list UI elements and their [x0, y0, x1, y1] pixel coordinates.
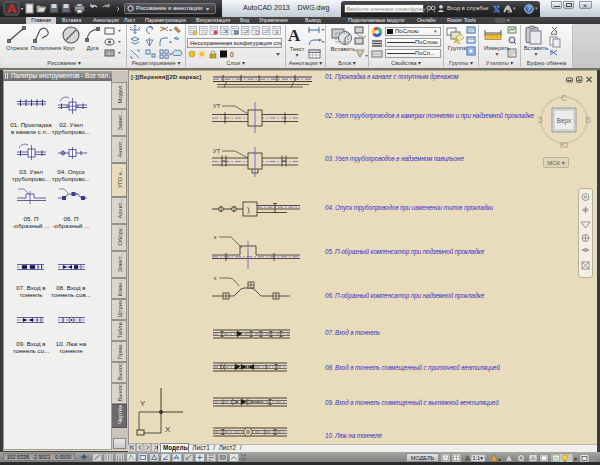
svg-text:1:1▾: 1:1▾	[473, 455, 484, 461]
svg-text:A: A	[465, 454, 470, 461]
svg-text:▾: ▾	[574, 456, 577, 462]
svg-text:0: 0	[230, 51, 234, 58]
svg-text:?: ?	[527, 5, 531, 12]
svg-text:): )	[247, 205, 250, 214]
svg-text:к: к	[214, 275, 217, 281]
svg-text:к: к	[214, 234, 217, 240]
svg-text:УТ: УТ	[213, 103, 221, 109]
svg-text:▴: ▴	[498, 456, 501, 462]
svg-text:УТ: УТ	[213, 148, 221, 154]
svg-text:Y: Y	[140, 399, 146, 408]
svg-text:X: X	[165, 425, 171, 434]
